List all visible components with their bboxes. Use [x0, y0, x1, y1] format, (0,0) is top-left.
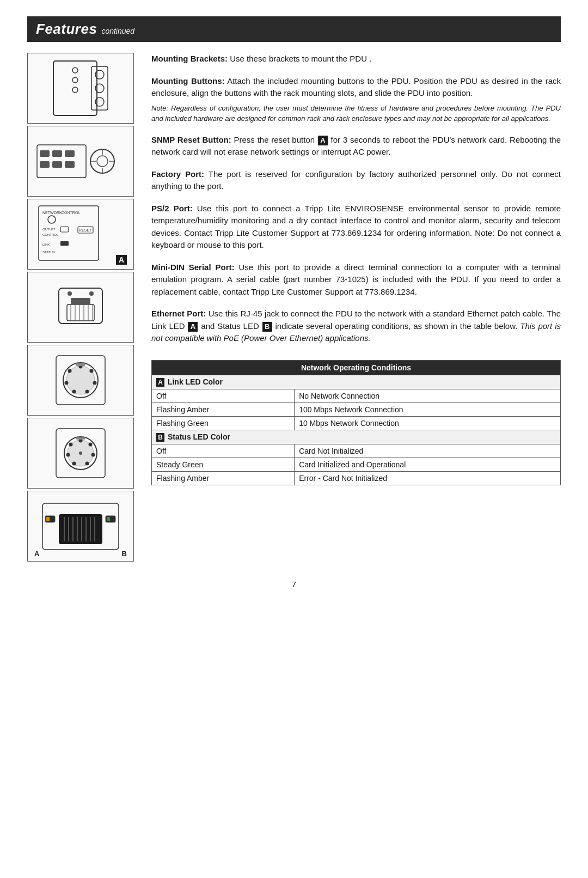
snmp-reset-section: SNMP Reset Button: Press the reset butto…: [151, 134, 561, 158]
badge-a: A: [318, 136, 328, 145]
link-led-subheader: A Link LED Color: [152, 375, 561, 389]
svg-rect-11: [65, 150, 75, 157]
svg-rect-29: [60, 241, 69, 246]
network-table: Network Operating Conditions A Link LED …: [151, 360, 561, 485]
features-header: Features continued: [27, 16, 561, 42]
ethernet-italic-note: This port is not compatible with PoE (Po…: [151, 321, 561, 343]
table-row: Flashing Green 10 Mbps Network Connectio…: [152, 416, 561, 430]
svg-point-64: [69, 443, 73, 447]
ps2-port-section: PS/2 Port: Use this port to connect a Tr…: [151, 203, 561, 252]
col1-off: Off: [152, 389, 295, 403]
mounting-buttons-image: [27, 126, 134, 197]
snmp-reset-image: NETWORK CONTROL OUTLET CONTROL LINK STAT…: [27, 199, 134, 270]
link-led-label: Link LED Color: [168, 377, 223, 386]
badge-a-eth: A: [188, 322, 198, 332]
table-row: Flashing Amber Error - Card Not Initiali…: [152, 471, 561, 485]
svg-point-52: [65, 381, 69, 385]
svg-point-16: [97, 156, 108, 167]
svg-text:CONTROL: CONTROL: [62, 211, 80, 215]
svg-rect-78: [46, 517, 50, 521]
text-column: Mounting Brackets: Use these brackets to…: [151, 53, 561, 485]
table-row: Steady Green Card Initialized and Operat…: [152, 458, 561, 471]
col1-flashing-amber-status: Flashing Amber: [152, 471, 295, 485]
col2-error: Error - Card Not Initialized: [295, 471, 561, 485]
svg-rect-12: [40, 161, 50, 168]
svg-point-49: [93, 381, 97, 385]
col2-card-not-init: Card Not Initialized: [295, 444, 561, 458]
svg-text:STATUS: STATUS: [42, 251, 55, 254]
mounting-brackets-section: Mounting Brackets: Use these brackets to…: [151, 53, 561, 65]
svg-point-53: [68, 369, 72, 373]
ps2-port-image: [27, 345, 134, 416]
ethernet-port-label: Ethernet Port:: [151, 309, 206, 318]
svg-text:RESET: RESET: [79, 228, 92, 232]
col2-10mbps: 10 Mbps Network Connection: [295, 416, 561, 430]
svg-rect-33: [59, 288, 102, 324]
mounting-buttons-label: Mounting Buttons:: [151, 76, 225, 86]
ethernet-port-section: Ethernet Port: Use this RJ-45 jack to co…: [151, 308, 561, 345]
status-led-label: Status LED Color: [168, 432, 230, 441]
factory-port-image: [27, 272, 134, 343]
svg-rect-14: [65, 161, 75, 168]
svg-text:OUTLET: OUTLET: [42, 228, 56, 231]
svg-rect-0: [53, 61, 97, 115]
mounting-brackets-text: Use these brackets to mount the PDU .: [230, 54, 371, 63]
svg-rect-41: [71, 298, 90, 304]
svg-point-23: [48, 216, 56, 223]
col2-card-init: Card Initialized and Operational: [295, 458, 561, 471]
svg-rect-9: [40, 150, 50, 157]
mini-din-image: [27, 418, 134, 489]
table-row: Off No Network Connection: [152, 389, 561, 403]
mounting-buttons-note: Note: Regardless of configuration, the u…: [151, 103, 561, 124]
page-container: Features continued: [0, 0, 588, 878]
svg-point-59: [89, 443, 93, 447]
col1-off-status: Off: [152, 444, 295, 458]
features-continued: continued: [101, 27, 134, 35]
status-led-subheader: B Status LED Color: [152, 430, 561, 444]
svg-point-3: [72, 87, 78, 93]
badge-b-eth: B: [262, 322, 272, 332]
svg-point-63: [66, 453, 70, 457]
table-row: Flashing Amber 100 Mbps Network Connecti…: [152, 403, 561, 416]
label-a-ethernet: A: [34, 550, 39, 558]
col2-no-network: No Network Connection: [295, 389, 561, 403]
page-number: 7: [27, 580, 561, 589]
mounting-bracket-image: [27, 53, 134, 124]
svg-rect-10: [52, 150, 62, 157]
svg-text:LINK: LINK: [42, 243, 50, 246]
network-table-section: Network Operating Conditions A Link LED …: [151, 360, 561, 485]
svg-rect-66: [76, 437, 85, 440]
svg-rect-80: [107, 517, 110, 521]
badge-a-snmp: A: [116, 255, 127, 265]
svg-point-2: [72, 77, 78, 83]
factory-port-text: The port is reserved for configuration b…: [151, 169, 561, 191]
images-column: NETWORK CONTROL OUTLET CONTROL LINK STAT…: [27, 53, 136, 564]
svg-point-43: [89, 291, 94, 296]
svg-text:CONTROL: CONTROL: [42, 233, 59, 236]
svg-text:NETWORK: NETWORK: [42, 211, 62, 215]
svg-point-62: [72, 462, 76, 466]
ps2-port-text: Use this port to connect a Tripp Lite EN…: [151, 204, 561, 250]
ps2-port-label: PS/2 Port:: [151, 204, 193, 213]
mounting-brackets-label: Mounting Brackets:: [151, 54, 228, 63]
ethernet-port-image: A B: [27, 491, 134, 562]
svg-point-65: [79, 452, 82, 455]
col1-flashing-green: Flashing Green: [152, 416, 295, 430]
svg-point-51: [72, 390, 76, 394]
svg-point-60: [91, 453, 95, 457]
svg-rect-4: [91, 66, 108, 110]
factory-port-label: Factory Port:: [151, 169, 204, 179]
col1-flashing-amber: Flashing Amber: [152, 403, 295, 416]
svg-point-61: [85, 462, 89, 466]
features-title: Features: [36, 21, 97, 38]
label-b-ethernet: B: [122, 550, 127, 558]
mini-din-section: Mini-DIN Serial Port: Use this port to p…: [151, 261, 561, 298]
badge-a-table: A: [156, 378, 164, 387]
svg-rect-54: [76, 363, 85, 366]
mounting-buttons-section: Mounting Buttons: Attach the included mo…: [151, 75, 561, 124]
badge-b-table: B: [156, 433, 164, 442]
table-header: Network Operating Conditions: [152, 360, 561, 375]
snmp-reset-label: SNMP Reset Button:: [151, 135, 231, 144]
svg-point-50: [85, 390, 89, 394]
table-row: Off Card Not Initialized: [152, 444, 561, 458]
